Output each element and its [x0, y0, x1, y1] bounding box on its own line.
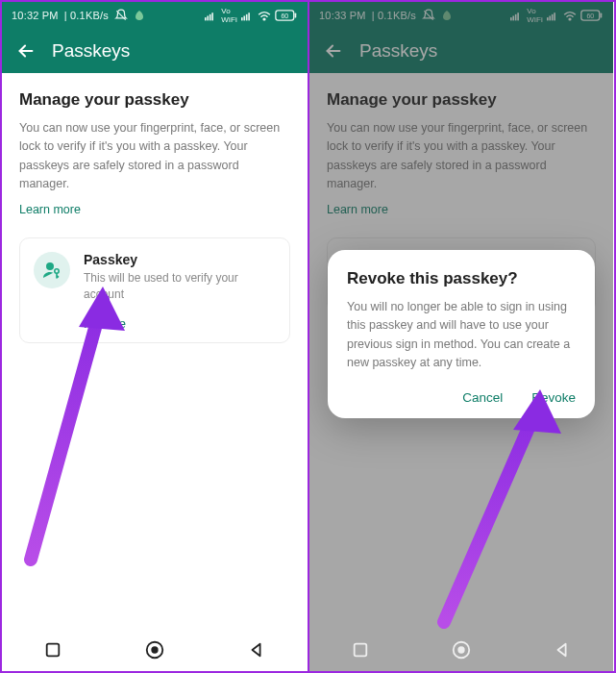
dialog-title: Revoke this passkey?: [347, 269, 576, 288]
svg-rect-21: [518, 12, 520, 20]
section-description: You can now use your fingerprint, face, …: [327, 119, 596, 194]
status-net-speed: | 0.1KB/s: [372, 10, 416, 21]
battery-icon: 60: [580, 10, 604, 21]
learn-more-link[interactable]: Learn more: [19, 203, 81, 216]
phone-screenshot-right: 10:33 PM | 0.1KB/s VoWiFi 60 Passkeys Ma…: [308, 2, 613, 671]
app-bar: Passkeys: [2, 29, 308, 73]
leaf-icon: [441, 10, 453, 21]
appbar-title: Passkeys: [52, 40, 130, 62]
svg-point-13: [55, 268, 59, 272]
svg-point-26: [569, 18, 571, 20]
svg-rect-10: [295, 12, 297, 17]
svg-rect-23: [549, 15, 551, 20]
svg-point-35: [457, 646, 464, 653]
dnd-icon: [114, 9, 128, 22]
svg-rect-25: [554, 12, 555, 20]
svg-point-8: [263, 18, 265, 20]
svg-rect-22: [547, 17, 549, 20]
svg-point-17: [151, 646, 158, 653]
section-description: You can now use your fingerprint, face, …: [19, 119, 290, 194]
svg-rect-24: [552, 13, 554, 20]
volte-icon: VoWiFi: [527, 7, 543, 24]
phone-screenshot-left: 10:32 PM | 0.1KB/s VoWiFi 60 P: [2, 2, 308, 671]
nav-bar: [2, 629, 308, 671]
section-title: Manage your passkey: [19, 90, 290, 110]
revoke-confirm-button[interactable]: Revoke: [531, 390, 576, 405]
annotation-arrow: [425, 382, 579, 632]
leaf-icon: [134, 10, 145, 21]
cancel-button[interactable]: Cancel: [462, 390, 503, 405]
svg-rect-1: [208, 15, 209, 20]
svg-rect-2: [209, 13, 211, 20]
svg-rect-15: [47, 644, 60, 657]
passkey-icon: [34, 252, 70, 288]
app-bar: Passkeys: [309, 29, 613, 73]
svg-rect-7: [248, 12, 250, 20]
dnd-icon: [422, 9, 435, 22]
svg-rect-19: [513, 15, 515, 20]
status-net-speed: | 0.1KB/s: [64, 10, 109, 21]
back-icon[interactable]: [15, 40, 37, 62]
signal-icon: [510, 11, 523, 21]
back-icon[interactable]: [323, 40, 344, 62]
revoke-button[interactable]: Revoke: [84, 316, 274, 331]
card-subtitle: This will be used to verify your account: [84, 270, 274, 304]
svg-rect-18: [510, 17, 512, 20]
svg-rect-0: [205, 17, 207, 20]
svg-text:60: 60: [281, 12, 288, 19]
wifi-icon: [258, 11, 271, 21]
wifi-icon: [563, 11, 577, 21]
svg-rect-5: [243, 15, 245, 20]
nav-back-button[interactable]: [228, 641, 285, 659]
svg-rect-6: [246, 13, 248, 20]
nav-recent-button[interactable]: [24, 641, 82, 659]
signal-icon-2: [241, 11, 254, 21]
svg-point-12: [46, 262, 54, 270]
nav-home-button[interactable]: [126, 639, 184, 661]
signal-icon: [205, 11, 217, 21]
status-time: 10:33 PM: [319, 10, 366, 21]
appbar-title: Passkeys: [359, 40, 437, 62]
status-bar: 10:32 PM | 0.1KB/s VoWiFi 60: [2, 2, 308, 29]
svg-rect-3: [212, 12, 214, 20]
svg-rect-20: [515, 13, 517, 20]
battery-icon: 60: [275, 10, 298, 21]
learn-more-link[interactable]: Learn more: [327, 203, 388, 216]
svg-rect-33: [354, 644, 366, 657]
svg-rect-4: [241, 17, 243, 20]
svg-text:60: 60: [586, 12, 594, 19]
card-title: Passkey: [84, 252, 274, 267]
nav-bar: [309, 629, 613, 671]
revoke-dialog: Revoke this passkey? You will no longer …: [328, 250, 595, 418]
signal-icon-2: [547, 11, 559, 21]
content-area: Manage your passkey You can now use your…: [2, 73, 308, 343]
dialog-body: You will no longer be able to sign in us…: [347, 298, 576, 373]
nav-back-button[interactable]: [533, 641, 591, 659]
status-time: 10:32 PM: [12, 10, 59, 21]
section-title: Manage your passkey: [327, 90, 596, 110]
volte-icon: VoWiFi: [221, 7, 237, 24]
svg-rect-28: [601, 12, 603, 17]
nav-recent-button[interactable]: [332, 641, 389, 659]
nav-home-button[interactable]: [432, 639, 490, 661]
passkey-card: Passkey This will be used to verify your…: [19, 237, 290, 344]
status-bar: 10:33 PM | 0.1KB/s VoWiFi 60: [309, 2, 613, 29]
